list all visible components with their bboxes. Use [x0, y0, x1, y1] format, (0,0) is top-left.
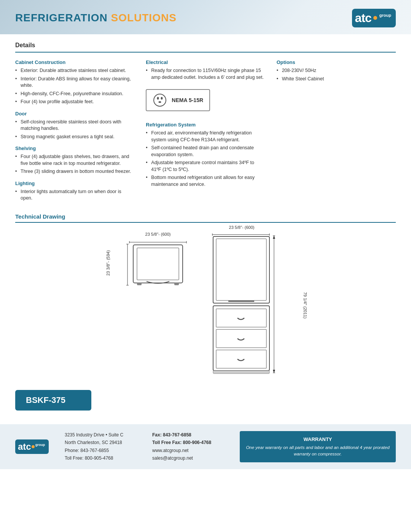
footer-warranty: WARRANTY One year warranty on all parts … — [240, 431, 396, 462]
svg-rect-22 — [213, 236, 269, 303]
product-id-section: BSKF-375 — [0, 382, 411, 417]
footer-address2: North Charleston, SC 29418 — [65, 439, 141, 446]
list-item: Strong magnetic gasket ensures a tight s… — [15, 134, 134, 141]
svg-rect-12 — [137, 283, 142, 285]
lighting-list: Interior lights automatically turn on wh… — [15, 189, 134, 202]
top-width-label: 23 5/8"- (600) — [213, 225, 270, 230]
details-grid: Cabinet Construction Exterior: Durable a… — [15, 59, 396, 206]
footer-tollfree-fax-label: Toll Free Fax: 800-906-4768 — [152, 440, 211, 445]
nema-outlet-icon — [153, 93, 167, 107]
footer-address1: 3235 Industry Drive • Suite C — [65, 431, 141, 439]
list-item: 208-230V/ 50Hz — [277, 67, 396, 74]
list-item: Four (4) adjustable glass shelves, two d… — [15, 153, 134, 167]
side-view-drawing: 23 5/8"- (600) 79 1/4" (2011) — [209, 233, 285, 379]
warranty-text: One year warranty on all parts and labor… — [246, 444, 390, 458]
refrigeration-title: Refrigeration System — [146, 122, 265, 128]
logo-dot — [373, 16, 377, 20]
list-item: Bottom mounted refrigeration unit allows… — [146, 174, 265, 188]
svg-rect-13 — [174, 283, 179, 285]
technical-drawing-title: Technical Drawing — [15, 213, 396, 223]
svg-marker-21 — [273, 370, 275, 373]
front-view-svg — [126, 240, 190, 290]
full-unit-svg — [209, 233, 285, 377]
list-item: Self-closing reversible stainless steel … — [15, 119, 134, 132]
list-item: High-density, CFC-Free, polyurethane ins… — [15, 91, 134, 97]
title-refrigeration: REFRIGERATION — [15, 12, 108, 24]
logo-atc-text: atc — [355, 11, 371, 25]
svg-rect-11 — [137, 248, 179, 280]
footer-logo-atc: atc — [18, 441, 31, 452]
svg-marker-20 — [273, 236, 275, 239]
product-id-bar: BSKF-375 — [15, 390, 91, 411]
technical-drawing-section: Technical Drawing 23 5/8"- (600) 23 3/8"… — [0, 209, 411, 382]
nema-box: NEMA 5-15R — [146, 89, 210, 111]
footer-tollfree: Toll Free: 800-905-4768 — [65, 454, 141, 462]
svg-point-2 — [161, 97, 163, 100]
footer-fax: Fax: 843-767-6858 Toll Free Fax: 800-906… — [152, 431, 228, 462]
footer-contact: 3235 Industry Drive • Suite C North Char… — [65, 431, 141, 462]
options-list: 208-230V/ 50Hz White Steel Cabinet — [277, 67, 396, 82]
page-header: REFRIGERATION SOLUTIONS atc group — [0, 0, 411, 34]
door-title: Door — [15, 111, 134, 117]
cabinet-list: Exterior: Durable attractive stainless s… — [15, 67, 134, 105]
front-width-label: 23 5/8"- (600) — [129, 232, 186, 236]
footer-email: sales@atcgroup.net — [152, 454, 228, 462]
list-item: Self-contained heated drain pan and cond… — [146, 145, 265, 158]
details-title: Details — [15, 42, 396, 53]
footer-phone: Phone: 843-767-6855 — [65, 447, 141, 454]
details-col-middle: Electrical Ready for connection to 115V/… — [146, 59, 265, 206]
front-view-drawing: 23 5/8"- (600) 23 3/8"- (594) — [126, 240, 190, 291]
warranty-title: WARRANTY — [246, 436, 390, 443]
logo-group-text: group — [379, 13, 391, 18]
list-item: Adjustable temperature control maintains… — [146, 160, 265, 173]
total-height-label: 79 1/4" (2011) — [303, 233, 307, 379]
list-item: Exterior: Durable attractive stainless s… — [15, 67, 134, 74]
footer-logo: atc group — [15, 439, 53, 454]
drawing-area: 23 5/8"- (600) 23 3/8"- (594) — [15, 229, 396, 379]
shelving-list: Four (4) adjustable glass shelves, two d… — [15, 153, 134, 175]
svg-rect-28 — [216, 350, 266, 368]
refrigeration-list: Forced air, environmentally friendly ref… — [146, 130, 265, 188]
list-item: Ready for connection to 115V/60Hz single… — [146, 67, 265, 81]
cabinet-title: Cabinet Construction — [15, 59, 134, 65]
svg-rect-29 — [213, 371, 269, 374]
list-item: Interior lights automatically turn on wh… — [15, 189, 134, 202]
svg-rect-10 — [133, 245, 183, 283]
nema-label: NEMA 5-15R — [172, 97, 203, 103]
options-title: Options — [277, 59, 396, 65]
svg-rect-26 — [216, 309, 266, 327]
details-col-left: Cabinet Construction Exterior: Durable a… — [15, 59, 134, 206]
list-item: Four (4) low profile adjustable feet. — [15, 99, 134, 105]
shelving-title: Shelving — [15, 145, 134, 151]
electrical-list: Ready for connection to 115V/60Hz single… — [146, 67, 265, 81]
footer-fax-label: Fax: 843-767-6858 — [152, 432, 191, 438]
svg-rect-27 — [216, 329, 266, 348]
svg-rect-3 — [159, 101, 161, 103]
svg-rect-23 — [216, 239, 266, 300]
title-solutions: SOLUTIONS — [111, 12, 176, 24]
electrical-title: Electrical — [146, 59, 265, 65]
nema-container: NEMA 5-15R — [146, 85, 265, 116]
list-item: Interior: Durable ABS lining allows for … — [15, 76, 134, 89]
footer-logo-group: group — [35, 443, 45, 447]
list-item: Three (3) sliding drawers in bottom moun… — [15, 168, 134, 175]
atc-logo: atc group — [352, 9, 396, 27]
list-item: Forced air, environmentally friendly ref… — [146, 130, 265, 143]
front-height-label: 23 3/8"- (594) — [106, 248, 110, 278]
door-list: Self-closing reversible stainless steel … — [15, 119, 134, 141]
footer-website: www.atcgroup.net — [152, 447, 228, 454]
footer-logo-dot — [32, 445, 35, 448]
list-item: White Steel Cabinet — [277, 76, 396, 83]
header-title: REFRIGERATION SOLUTIONS — [15, 12, 177, 24]
page-footer: atc group 3235 Industry Drive • Suite C … — [0, 424, 411, 469]
svg-point-0 — [154, 94, 166, 106]
lighting-title: Lighting — [15, 181, 134, 186]
svg-point-1 — [157, 97, 159, 100]
details-section: Details Cabinet Construction Exterior: D… — [0, 34, 411, 209]
details-col-right: Options 208-230V/ 50Hz White Steel Cabin… — [277, 59, 396, 206]
